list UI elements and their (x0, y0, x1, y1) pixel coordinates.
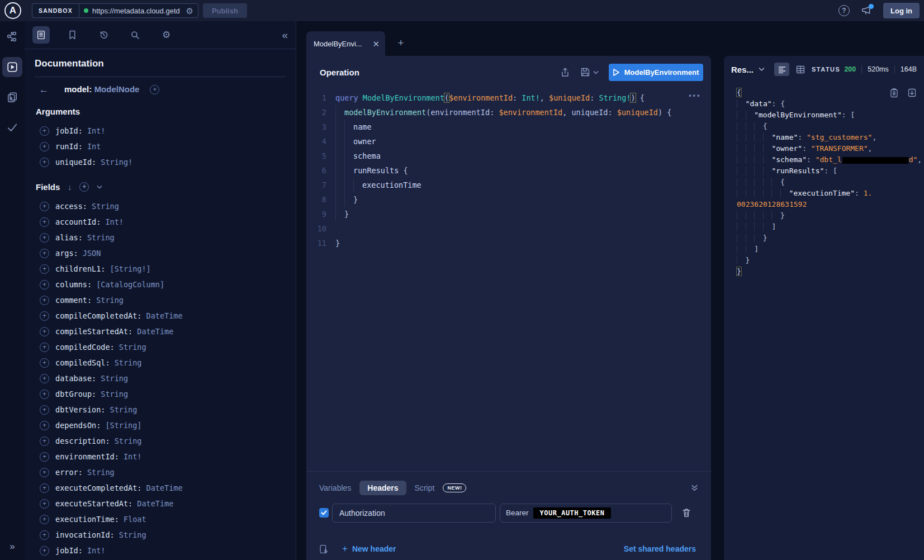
new-header-button[interactable]: + New header (342, 543, 396, 554)
field-type[interactable]: [String] (101, 421, 141, 430)
raw-view-icon[interactable] (774, 63, 789, 76)
header-value-input[interactable]: Bearer YOUR_AUTH_TOKEN (500, 504, 672, 523)
add-field-icon[interactable]: + (40, 405, 49, 415)
back-arrow-icon[interactable]: ← (39, 85, 49, 94)
field-name[interactable]: description: (55, 436, 110, 445)
field-name[interactable]: jobId: (55, 126, 83, 135)
add-field-icon[interactable]: + (40, 264, 49, 274)
add-field-icon[interactable]: + (40, 436, 49, 446)
field-type[interactable]: Float (119, 515, 146, 524)
field-type[interactable]: String (96, 374, 128, 383)
field-type[interactable]: DateTime (141, 311, 182, 320)
field-type[interactable]: String (115, 343, 146, 352)
download-response-icon[interactable] (908, 88, 916, 98)
add-field-icon[interactable]: + (40, 499, 49, 509)
operation-tab[interactable]: ModelByEnvi... ✕ (306, 31, 385, 56)
add-field-icon[interactable]: + (40, 249, 49, 258)
history-icon[interactable] (95, 26, 112, 44)
new-tab-button[interactable]: + (392, 35, 409, 51)
add-all-fields-icon[interactable]: + (79, 182, 89, 192)
expand-rail-icon[interactable]: » (0, 541, 25, 552)
endpoint-settings-icon[interactable]: ⚙ (186, 7, 193, 15)
collections-icon[interactable] (2, 87, 22, 107)
field-name[interactable]: error: (55, 468, 83, 477)
field-name[interactable]: compiledCode: (55, 343, 115, 352)
close-tab-icon[interactable]: ✕ (372, 39, 380, 49)
field-type[interactable]: [CatalogColumn] (92, 280, 164, 289)
field-name[interactable]: jobId: (55, 546, 83, 555)
tab-headers[interactable]: Headers (359, 481, 406, 495)
field-name[interactable]: dbtVersion: (55, 405, 105, 414)
field-type[interactable]: String (83, 233, 115, 242)
response-json[interactable]: {"data": {"modelByEnvironment": [{"name"… (724, 83, 924, 560)
endpoint-url[interactable]: https://metadata.cloud.getd (92, 7, 182, 15)
add-field-icon[interactable]: + (40, 374, 49, 383)
add-field-icon[interactable]: + (40, 546, 49, 556)
environment-variables-icon[interactable] (319, 544, 329, 554)
field-name[interactable]: alias: (55, 233, 83, 242)
header-enabled-checkbox[interactable] (319, 508, 329, 518)
field-type[interactable]: String (105, 405, 137, 414)
explorer-icon[interactable] (2, 57, 22, 77)
field-type[interactable]: DateTime (141, 483, 182, 492)
field-type[interactable]: String (110, 358, 142, 367)
field-name[interactable]: runId: (55, 142, 83, 151)
field-name[interactable]: uniqueId: (55, 158, 96, 167)
add-field-icon[interactable]: + (40, 280, 49, 290)
table-view-icon[interactable] (796, 65, 805, 74)
add-field-icon[interactable]: + (40, 202, 49, 211)
announcements-icon[interactable] (861, 6, 872, 16)
documentation-tab-icon[interactable] (32, 26, 50, 44)
field-name[interactable]: compileCompletedAt: (55, 311, 141, 320)
publish-button[interactable]: Publish (203, 3, 247, 18)
field-name[interactable]: compiledSql: (55, 358, 110, 367)
add-field-icon[interactable]: + (40, 142, 49, 151)
collapse-doc-panel-icon[interactable]: « (282, 29, 288, 41)
bookmark-icon[interactable] (64, 26, 81, 44)
field-type[interactable]: DateTime (132, 499, 173, 508)
field-type[interactable]: String (83, 468, 115, 477)
field-type[interactable]: String (96, 390, 128, 398)
chevron-down-icon[interactable] (97, 185, 102, 189)
add-field-icon[interactable]: + (40, 452, 49, 462)
field-type[interactable]: [String!] (105, 264, 150, 273)
field-type[interactable]: Int! (119, 452, 142, 461)
field-type[interactable]: JSON (78, 249, 101, 258)
field-name[interactable]: dependsOn: (55, 421, 101, 430)
search-icon[interactable] (126, 26, 144, 44)
field-name[interactable]: accountId: (55, 217, 101, 226)
save-chevron-icon[interactable] (593, 70, 599, 74)
set-shared-headers-button[interactable]: Set shared headers (624, 544, 696, 553)
field-name[interactable]: dbtGroup: (55, 390, 96, 398)
checks-icon[interactable] (2, 117, 22, 137)
field-type[interactable]: Int! (83, 126, 106, 135)
field-name[interactable]: comment: (55, 296, 92, 305)
field-name[interactable]: args: (55, 249, 78, 258)
field-name[interactable]: database: (55, 374, 96, 383)
add-field-icon[interactable]: + (40, 343, 49, 352)
tab-variables[interactable]: Variables (319, 481, 351, 495)
field-name[interactable]: executeCompletedAt: (55, 483, 141, 492)
field-name[interactable]: invocationId: (55, 530, 115, 539)
field-name[interactable]: access: (55, 202, 87, 211)
add-field-icon[interactable]: + (40, 421, 49, 430)
add-field-icon[interactable]: + (40, 468, 49, 477)
help-icon[interactable]: ? (838, 5, 850, 16)
line-menu-icon[interactable]: ●●● (689, 93, 701, 98)
field-name[interactable]: executionTime: (55, 515, 119, 524)
field-type[interactable]: String! (96, 158, 132, 167)
add-field-icon[interactable]: + (40, 217, 49, 227)
query-editor[interactable]: 1query ModelByEnvironment($environmentId… (306, 91, 711, 250)
add-field-icon[interactable]: + (40, 483, 49, 493)
collapse-subpanel-icon[interactable] (691, 485, 698, 491)
run-operation-button[interactable]: ModelByEnvironment (609, 64, 703, 81)
sort-fields-icon[interactable]: ↓ (68, 183, 72, 192)
doc-type-name[interactable]: ModelNode (94, 84, 140, 94)
add-field-icon[interactable]: + (40, 327, 49, 336)
field-name[interactable]: environmentId: (55, 452, 119, 461)
save-icon[interactable] (581, 68, 590, 77)
field-type[interactable]: Int (83, 142, 101, 151)
add-field-icon[interactable]: + (40, 296, 49, 305)
field-type[interactable]: String (92, 296, 124, 305)
field-type[interactable]: String (110, 436, 142, 445)
